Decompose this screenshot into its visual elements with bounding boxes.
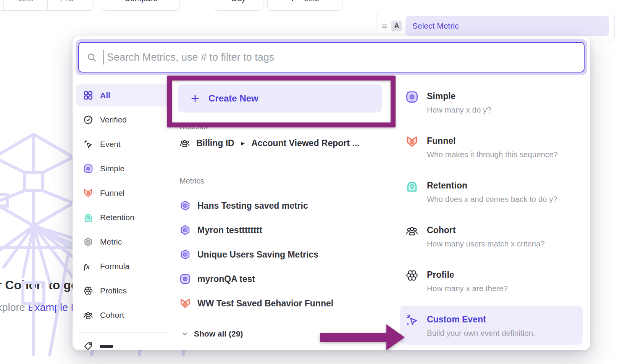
category-verified[interactable]: Verified	[76, 109, 170, 131]
annotation-arrow-tail	[320, 333, 387, 342]
search-placeholder: Search Metrics, use # to filter to tags	[107, 52, 274, 63]
line-label: Line	[304, 0, 319, 3]
sidebar-item-partial[interactable]	[76, 341, 170, 350]
funnel-icon	[179, 298, 191, 309]
simple-icon	[405, 90, 418, 103]
day-granularity-button[interactable]: Day	[214, 0, 263, 11]
compare-button[interactable]: Compare	[102, 0, 180, 11]
category-label: All	[100, 91, 110, 100]
category-formula[interactable]: fx Formula	[76, 255, 170, 277]
retention-icon	[83, 213, 93, 222]
metric-list-item[interactable]: Hans Testing saved metric	[179, 197, 308, 214]
funnel-icon	[405, 135, 418, 148]
cohort-icon	[179, 138, 190, 148]
metric-list-item[interactable]: Myron testttttttt	[179, 222, 262, 238]
date-range-12m-label: 12M	[18, 0, 34, 3]
category-retention[interactable]: Retention	[76, 206, 170, 229]
type-title: Profile	[427, 269, 454, 280]
clipped-text-fragment	[100, 345, 113, 348]
search-icon	[87, 52, 97, 63]
category-metric[interactable]: Metric	[76, 231, 170, 253]
profiles-icon	[83, 286, 93, 296]
metric-item-label: Unique Users Saving Metrics	[197, 250, 318, 260]
grid-icon	[83, 90, 93, 100]
funnel-icon	[83, 188, 93, 198]
verified-icon	[83, 115, 93, 125]
type-title: Funnel	[427, 135, 455, 147]
type-description: Build your own event definition.	[427, 328, 535, 338]
metric-item-label: WW Test Saved Behavior Funnel	[197, 298, 333, 309]
annotation-arrow-head	[386, 324, 405, 350]
category-all[interactable]: All	[76, 84, 170, 106]
custom-event-highlight	[400, 306, 583, 345]
metric-icon	[83, 237, 93, 247]
day-label: Day	[231, 0, 246, 3]
category-label: Formula	[100, 262, 129, 271]
search-input[interactable]: Search Metrics, use # to filter to tags	[78, 42, 585, 72]
cohort-icon	[83, 310, 93, 320]
type-title: Custom Event	[427, 314, 486, 325]
metric-row-letter-badge: A	[391, 21, 402, 31]
simple-icon	[179, 273, 191, 285]
recent-item[interactable]: Billing ID ▸ Account Viewed Report ...	[179, 135, 360, 151]
category-sidebar: All Verified Event Simple Funnel Retenti…	[76, 84, 170, 350]
select-metric-label: Select Metric	[412, 21, 459, 31]
date-range-ytd-label: YTD	[58, 0, 74, 3]
metric-list-item[interactable]: Unique Users Saving Metrics	[179, 246, 318, 263]
date-range-segmented-control: 12M YTD	[0, 0, 94, 11]
line-chart-icon	[291, 0, 300, 3]
type-title: Simple	[427, 90, 455, 102]
select-metric-button[interactable]: Select Metric	[405, 16, 609, 36]
chevron-down-icon	[77, 0, 82, 1]
cohort-icon	[405, 224, 418, 237]
type-title: Cohort	[427, 224, 455, 236]
formula-icon: fx	[83, 261, 93, 271]
chart-type-line-button[interactable]: Line	[267, 0, 343, 11]
recents-metrics-divider	[179, 163, 376, 163]
metric-item-label: Myron testttttttt	[197, 225, 262, 235]
metric-list-item[interactable]: WW Test Saved Behavior Funnel	[179, 295, 333, 312]
metric-list-item[interactable]: myronQA test	[179, 271, 255, 287]
simple-icon	[83, 164, 93, 174]
drag-handle-icon[interactable]	[381, 23, 388, 29]
category-label: Verified	[100, 115, 127, 124]
metric-item-label: Hans Testing saved metric	[197, 201, 308, 211]
category-label: Funnel	[100, 188, 124, 198]
category-label: Event	[100, 140, 121, 149]
category-label: Profiles	[100, 286, 127, 295]
compare-label: Compare	[124, 0, 157, 3]
show-all-label: Show all (29)	[194, 329, 243, 338]
metrics-section-label: Metrics	[179, 177, 204, 185]
category-label: Cohort	[100, 311, 124, 320]
search-focus-ring: Search Metrics, use # to filter to tags	[76, 39, 587, 75]
show-all-button[interactable]: Show all (29)	[181, 329, 243, 338]
metric-hexagon-purple-icon	[179, 200, 191, 211]
type-description: How many x are there?	[427, 283, 508, 293]
metric-hexagon-purple-icon	[179, 249, 191, 260]
category-label: Metric	[100, 237, 122, 246]
category-cohort[interactable]: Cohort	[76, 304, 170, 326]
category-label: Simple	[100, 164, 124, 173]
retention-icon	[405, 180, 418, 193]
type-description: How many x do y?	[427, 105, 491, 115]
date-range-segment-hidden[interactable]	[0, 0, 3, 10]
category-event[interactable]: Event	[76, 133, 170, 155]
svg-text:fx: fx	[84, 263, 90, 271]
type-description: Who makes it through this sequence?	[427, 150, 558, 159]
profiles-icon	[405, 269, 418, 282]
event-icon	[83, 139, 93, 149]
date-range-ytd-button[interactable]: YTD	[47, 0, 93, 10]
type-description: Who does x and comes back to do y?	[427, 194, 557, 204]
category-profiles[interactable]: Profiles	[76, 280, 170, 302]
category-label: Retention	[100, 213, 134, 222]
metric-item-label: myronQA test	[197, 274, 255, 284]
recent-item-name: Account Viewed Report ...	[251, 138, 359, 148]
annotation-box-create-new	[167, 76, 396, 127]
category-funnel[interactable]: Funnel	[76, 182, 170, 204]
date-range-12m-button[interactable]: 12M	[3, 0, 47, 10]
chevron-down-icon	[181, 330, 189, 338]
category-simple[interactable]: Simple	[76, 158, 170, 180]
sidebar-bottom-divider	[78, 332, 168, 333]
text-cursor	[103, 50, 103, 64]
type-description: How many users match x criteria?	[427, 239, 545, 249]
